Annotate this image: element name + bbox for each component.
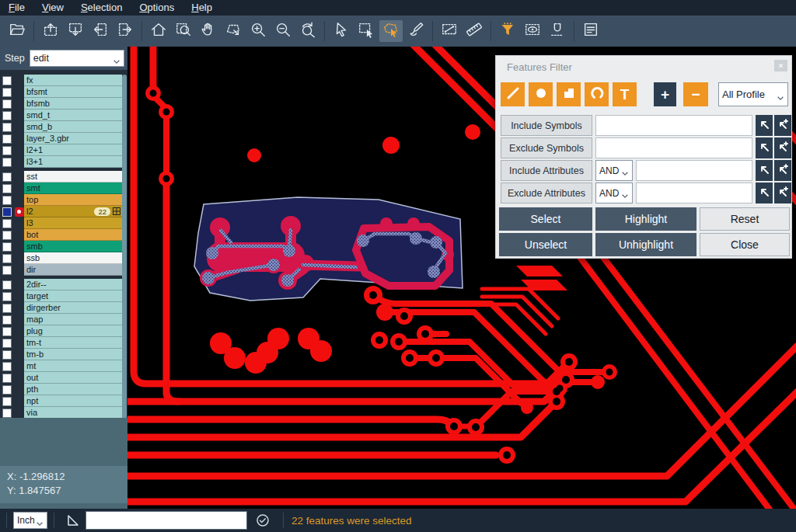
- filter-arc-button[interactable]: [585, 82, 609, 106]
- menu-help[interactable]: Help: [183, 0, 221, 16]
- layer-visibility-checkbox[interactable]: [2, 76, 12, 85]
- layer-row-smb[interactable]: smb: [0, 241, 122, 252]
- layer-visibility-checkbox[interactable]: [2, 123, 12, 132]
- pan-hand-button[interactable]: [197, 20, 220, 42]
- layer-visibility-checkbox[interactable]: [2, 219, 12, 228]
- layer-visibility-checkbox[interactable]: [2, 242, 12, 252]
- layer-row-sst[interactable]: sst: [0, 171, 122, 183]
- layer-row-smt[interactable]: smt: [0, 183, 122, 194]
- include-attributes-pick-add-button[interactable]: [774, 160, 791, 181]
- measure-distance-button[interactable]: [438, 20, 461, 42]
- layer-row-plug[interactable]: plug: [0, 325, 122, 337]
- units-select[interactable]: Inch: [13, 512, 47, 529]
- layer-row-tm-t[interactable]: tm-t: [0, 337, 122, 349]
- home-view-button[interactable]: [147, 20, 170, 42]
- layer-row-layer_3.gbr[interactable]: layer_3.gbr: [0, 133, 122, 144]
- ruler-button[interactable]: [463, 20, 486, 42]
- layer-label[interactable]: map: [24, 314, 122, 325]
- zoom-polygon-button[interactable]: [222, 20, 245, 42]
- command-input[interactable]: [86, 511, 247, 530]
- layer-label[interactable]: via: [24, 407, 122, 419]
- layer-row-l2[interactable]: l222: [0, 206, 122, 217]
- layer-label[interactable]: l3+1: [24, 156, 122, 168]
- close-button[interactable]: Close: [700, 233, 790, 256]
- step-select[interactable]: edit: [30, 50, 124, 67]
- layer-visibility-checkbox[interactable]: [2, 397, 12, 406]
- layer-label[interactable]: out: [24, 372, 122, 384]
- filter-text-button[interactable]: T: [613, 82, 637, 106]
- layer-list-scrollbar[interactable]: [122, 75, 127, 419]
- layer-visibility-checkbox[interactable]: [2, 231, 12, 240]
- layer-label[interactable]: smt: [24, 183, 122, 194]
- select-polygon-button[interactable]: [379, 20, 403, 42]
- layer-row-smd_b[interactable]: smd_b: [0, 121, 122, 133]
- layer-row-npt[interactable]: npt: [0, 395, 122, 407]
- exclude-attributes-pick-button[interactable]: [756, 183, 773, 203]
- include-attributes-pick-button[interactable]: [756, 160, 773, 181]
- layer-visibility-checkbox[interactable]: [2, 88, 12, 97]
- layer-label[interactable]: l3: [24, 217, 122, 229]
- layer-visibility-checkbox[interactable]: [2, 339, 12, 348]
- include-symbols-pick-button[interactable]: [756, 115, 773, 136]
- layer-grid-icon[interactable]: [113, 207, 120, 215]
- layer-row-map[interactable]: map: [0, 314, 122, 325]
- layer-label[interactable]: smd_b: [24, 121, 122, 133]
- layer-row-pth[interactable]: pth: [0, 384, 122, 395]
- menu-file[interactable]: File: [0, 0, 33, 16]
- include-attributes-button[interactable]: Include Attributes: [501, 160, 592, 181]
- layer-visibility-checkbox[interactable]: [2, 99, 12, 109]
- layer-visibility-checkbox[interactable]: [2, 350, 12, 360]
- exclude-symbols-button[interactable]: Exclude Symbols: [501, 137, 592, 158]
- include-symbols-button[interactable]: Include Symbols: [501, 115, 592, 136]
- layer-visibility-checkbox[interactable]: [2, 385, 12, 395]
- layer-row-bfsmb[interactable]: bfsmb: [0, 98, 122, 110]
- layer-visibility-checkbox[interactable]: [2, 254, 12, 263]
- include-attributes-field[interactable]: [636, 160, 752, 181]
- select-button[interactable]: Select: [499, 207, 592, 231]
- layer-row-ssb[interactable]: ssb: [0, 252, 122, 264]
- layer-label[interactable]: 2dir--: [24, 279, 122, 290]
- layer-label[interactable]: ssb: [24, 252, 122, 264]
- filter-line-button[interactable]: [501, 82, 525, 106]
- layer-label[interactable]: bfsmt: [24, 86, 122, 98]
- filter-positive-button[interactable]: +: [654, 82, 676, 106]
- layer-label[interactable]: fx: [24, 75, 122, 86]
- exclude-symbols-field[interactable]: [595, 137, 752, 158]
- layer-visibility-checkbox[interactable]: [2, 266, 12, 275]
- layer-label[interactable]: pth: [24, 384, 122, 395]
- layer-label[interactable]: tm-b: [24, 349, 122, 360]
- filter-pad-button[interactable]: [529, 82, 553, 106]
- layer-visibility-checkbox[interactable]: [2, 158, 12, 167]
- layer-label[interactable]: l222: [24, 206, 122, 217]
- layer-row-l2+1[interactable]: l2+1: [0, 144, 122, 156]
- exclude-attributes-pick-add-button[interactable]: [774, 183, 791, 203]
- reset-button[interactable]: Reset: [700, 207, 790, 231]
- sync-status-icon[interactable]: [255, 513, 271, 528]
- layer-label[interactable]: dirgerber: [24, 302, 122, 314]
- layer-label[interactable]: tm-t: [24, 337, 122, 349]
- layer-row-target[interactable]: target: [0, 290, 122, 302]
- layers-panel-button[interactable]: [579, 20, 602, 42]
- layer-row-bfsmt[interactable]: bfsmt: [0, 86, 122, 98]
- layer-visibility-checkbox[interactable]: [2, 134, 12, 144]
- layer-label[interactable]: plug: [24, 325, 122, 337]
- exclude-attributes-field[interactable]: [636, 183, 752, 203]
- layer-row-mt[interactable]: mt: [0, 360, 122, 372]
- filter-surface-button[interactable]: [557, 82, 581, 106]
- menu-view[interactable]: View: [33, 0, 72, 16]
- layer-visibility-checkbox[interactable]: [2, 280, 12, 290]
- select-pointer-button[interactable]: [330, 20, 353, 42]
- layer-row-tm-b[interactable]: tm-b: [0, 349, 122, 360]
- exclude-attributes-and-select[interactable]: AND: [595, 183, 633, 203]
- layer-label[interactable]: sst: [24, 171, 122, 183]
- layer-label[interactable]: smb: [24, 241, 122, 252]
- layer-row-l3[interactable]: l3: [0, 217, 122, 229]
- layer-row-out[interactable]: out: [0, 372, 122, 384]
- layer-row-2dir--[interactable]: 2dir--: [0, 279, 122, 290]
- layer-row-l3+1[interactable]: l3+1: [0, 156, 122, 168]
- zoom-in-button[interactable]: [246, 20, 270, 42]
- layer-visibility-checkbox[interactable]: [2, 184, 12, 193]
- zoom-out-button[interactable]: [271, 20, 295, 42]
- unhighlight-button[interactable]: Unhighlight: [595, 233, 696, 256]
- include-symbols-field[interactable]: [595, 115, 752, 136]
